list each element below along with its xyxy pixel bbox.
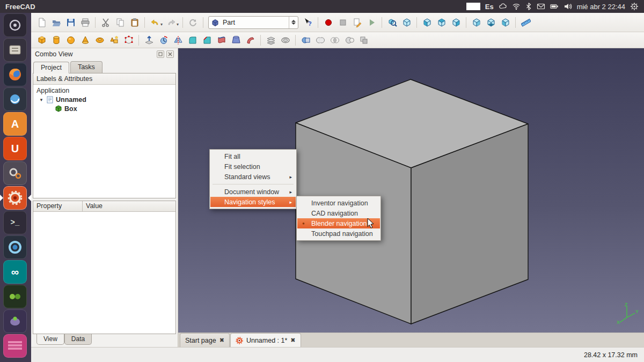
wifi-icon[interactable] — [512, 2, 521, 11]
tab-tasks[interactable]: Tasks — [70, 61, 103, 73]
launcher-item-terminal[interactable]: >_ — [0, 210, 31, 235]
right-view-icon[interactable] — [449, 16, 463, 29]
boolean-icon[interactable] — [298, 33, 313, 47]
launcher-item-arduino[interactable]: ∞ — [0, 260, 31, 284]
launcher-item-ubuntu-software[interactable]: U — [0, 136, 31, 161]
axonometric-view-icon[interactable] — [399, 16, 414, 29]
macro-edit-icon[interactable] — [350, 16, 364, 29]
fillet-icon[interactable] — [185, 33, 200, 47]
tab-start-page[interactable]: Start page ✖ — [180, 333, 230, 347]
tree-item-document[interactable]: ▾ Unnamed — [33, 95, 175, 104]
undo-icon[interactable] — [148, 16, 162, 29]
bluetooth-icon[interactable] — [525, 2, 532, 11]
torus-icon[interactable] — [92, 33, 107, 47]
launcher-item-app-green[interactable] — [0, 284, 31, 309]
save-icon[interactable] — [63, 16, 78, 29]
launcher-item-system-settings[interactable] — [0, 161, 31, 186]
launcher-item-app-purple[interactable] — [0, 309, 31, 334]
measure-icon[interactable] — [518, 16, 533, 29]
front-view-icon[interactable] — [420, 16, 434, 29]
menu-item-standard-views[interactable]: Standard views▸ — [210, 172, 296, 182]
top-view-icon[interactable] — [434, 16, 449, 29]
cut-boolean-icon[interactable] — [342, 33, 356, 47]
whats-this-icon[interactable]: ? — [301, 16, 315, 29]
launcher-item-app-pink[interactable] — [0, 334, 31, 358]
tree-item-box[interactable]: Box — [33, 104, 175, 113]
3d-viewport[interactable]: Fit all Fit selection Standard views▸ Do… — [178, 48, 644, 333]
compound-icon[interactable] — [356, 33, 371, 47]
expand-arrow-icon[interactable]: ▾ — [39, 97, 44, 102]
volume-icon[interactable] — [564, 2, 572, 11]
extrude-icon[interactable] — [142, 33, 156, 47]
print-icon[interactable] — [78, 16, 92, 29]
fit-all-icon[interactable] — [385, 16, 399, 29]
launcher-item-dash-home[interactable] — [0, 13, 31, 38]
menu-item-inventor-navigation[interactable]: Inventor navigation — [297, 198, 380, 208]
revolve-icon[interactable] — [156, 33, 171, 47]
tab-data[interactable]: Data — [64, 334, 92, 345]
redo-dropdown-arrow[interactable]: ▾ — [177, 22, 179, 27]
macro-stop-icon[interactable] — [335, 16, 350, 29]
refresh-icon[interactable] — [186, 16, 200, 29]
combo-spinner-arrows[interactable] — [289, 17, 296, 28]
property-column-header[interactable]: Property — [33, 201, 83, 212]
menu-item-touchpad-navigation[interactable]: Touchpad navigation — [297, 228, 380, 239]
menu-item-navigation-styles[interactable]: Navigation styles▸ — [210, 197, 296, 207]
cloud-icon[interactable] — [499, 2, 507, 11]
tab-unnamed-document[interactable]: Unnamed : 1* ✖ — [230, 333, 301, 347]
loft-icon[interactable] — [229, 33, 243, 47]
float-panel-button[interactable] — [157, 50, 164, 58]
workbench-selector[interactable]: Part — [208, 16, 298, 29]
cut-icon[interactable] — [98, 16, 113, 29]
menu-item-fit-all[interactable]: Fit all — [210, 151, 296, 161]
launcher-item-amazon[interactable]: A — [0, 112, 31, 136]
menu-item-fit-selection[interactable]: Fit selection — [210, 161, 296, 172]
ruled-surface-icon[interactable] — [214, 33, 229, 47]
undo-dropdown-arrow[interactable]: ▾ — [160, 22, 163, 27]
common-icon[interactable] — [327, 33, 342, 47]
value-column-header[interactable]: Value — [83, 201, 175, 212]
chamfer-icon[interactable] — [200, 33, 214, 47]
launcher-item-ubuntu-one[interactable] — [0, 87, 31, 112]
close-tab-icon[interactable]: ✖ — [290, 337, 295, 344]
paste-icon[interactable] — [127, 16, 142, 29]
mirror-icon[interactable] — [171, 33, 185, 47]
redo-icon[interactable] — [164, 16, 178, 29]
property-table-body[interactable] — [33, 212, 175, 334]
cone-icon[interactable] — [78, 33, 92, 47]
tree-item-application[interactable]: Application — [33, 86, 175, 95]
union-icon[interactable] — [313, 33, 327, 47]
bottom-view-icon[interactable] — [484, 16, 498, 29]
copy-icon[interactable] — [113, 16, 127, 29]
sweep-icon[interactable] — [243, 33, 258, 47]
launcher-item-freecad[interactable] — [0, 186, 31, 210]
cross-sections-icon[interactable] — [264, 33, 278, 47]
open-document-icon[interactable] — [49, 16, 63, 29]
close-panel-button[interactable] — [166, 50, 174, 58]
session-gear-icon[interactable] — [630, 2, 639, 11]
keyboard-layout-indicator[interactable]: Es — [485, 3, 494, 11]
shape-builder-icon[interactable] — [121, 33, 136, 47]
menu-item-cad-navigation[interactable]: CAD navigation — [297, 208, 380, 218]
battery-icon[interactable] — [550, 2, 559, 11]
left-view-icon[interactable] — [498, 16, 513, 29]
cylinder-icon[interactable] — [49, 33, 63, 47]
offset-icon[interactable] — [278, 33, 292, 47]
mail-icon[interactable] — [537, 2, 545, 11]
box-icon[interactable] — [34, 33, 49, 47]
launcher-item-file-manager[interactable] — [0, 38, 31, 62]
clock[interactable]: mié abr 2 22:44 — [577, 3, 625, 11]
tab-view[interactable]: View — [36, 334, 64, 345]
launcher-item-firefox[interactable] — [0, 62, 31, 87]
create-primitives-icon[interactable] — [107, 33, 121, 47]
new-document-icon[interactable] — [34, 16, 49, 29]
launcher-item-chromium[interactable] — [0, 235, 31, 260]
close-tab-icon[interactable]: ✖ — [219, 337, 224, 344]
menu-item-document-window[interactable]: Document window▸ — [210, 187, 296, 197]
rear-view-icon[interactable] — [469, 16, 484, 29]
macro-execute-icon[interactable] — [364, 16, 379, 29]
part-toolbar — [31, 32, 644, 48]
macro-record-icon[interactable] — [321, 16, 335, 29]
tab-project[interactable]: Project — [33, 62, 69, 73]
sphere-icon[interactable] — [63, 33, 78, 47]
